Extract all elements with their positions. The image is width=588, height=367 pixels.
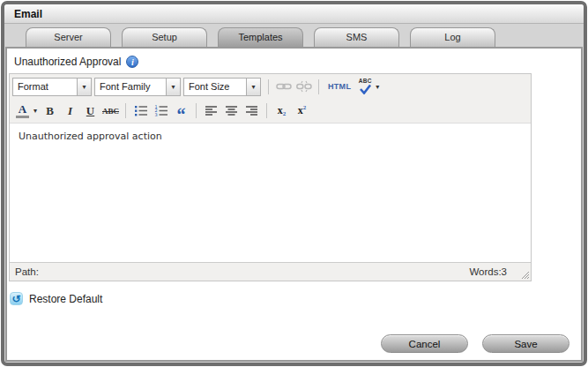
editor-statusbar: Path: Words:3 (10, 262, 531, 281)
spellcheck-checkmark-icon (359, 84, 372, 94)
resize-grip[interactable] (519, 269, 530, 280)
templates-panel: Unauthorized Approval i Format ▾ Font Fa… (5, 47, 583, 362)
footer-buttons: Cancel Save (381, 334, 569, 353)
window-title: Email (14, 8, 42, 20)
window-titlebar: Email (4, 4, 584, 24)
ordered-list-button[interactable]: 123 (152, 102, 170, 120)
font-size-select-value: Font Size (184, 79, 246, 95)
align-right-icon (245, 105, 258, 116)
spellcheck-button[interactable]: ABC (355, 79, 375, 95)
remove-link-icon (294, 78, 313, 95)
restore-default-label[interactable]: Restore Default (29, 293, 102, 305)
blockquote-button[interactable]: “ (172, 102, 190, 120)
italic-button[interactable]: I (61, 102, 79, 120)
tab-server[interactable]: Server (26, 27, 111, 47)
save-button[interactable]: Save (482, 334, 569, 353)
editor-toolbar-row2: A ▾ B I U ABC (10, 99, 531, 123)
ordered-list-icon: 123 (154, 104, 168, 117)
align-right-button[interactable] (242, 102, 261, 120)
unordered-list-icon (134, 104, 148, 117)
align-center-button[interactable] (222, 102, 241, 120)
tab-templates[interactable]: Templates (218, 27, 303, 47)
font-family-select[interactable]: Font Family ▾ (94, 78, 181, 96)
tab-setup[interactable]: Setup (122, 27, 207, 47)
chevron-down-icon: ▾ (246, 79, 260, 95)
toolbar-separator (268, 79, 269, 94)
tab-bar: Server Setup Templates SMS Log (4, 24, 584, 47)
screenshot-stage: Email Server Setup Templates SMS Log Una… (0, 0, 588, 367)
chevron-down-icon: ▾ (77, 79, 91, 95)
font-color-swatch (16, 116, 29, 118)
field-header-row: Unauthorized Approval i (7, 49, 581, 73)
bold-button[interactable]: B (41, 102, 59, 120)
rich-text-editor: Format ▾ Font Family ▾ Font Size ▾ (9, 73, 532, 281)
subscript-digit: 2 (283, 110, 287, 117)
insert-link-icon (274, 78, 293, 95)
svg-text:3: 3 (154, 112, 157, 117)
editor-content-area[interactable]: Unauthorized approval action (10, 123, 531, 262)
editor-toolbar-row1: Format ▾ Font Family ▾ Font Size ▾ (10, 74, 531, 99)
info-icon[interactable]: i (126, 56, 138, 68)
underline-button[interactable]: U (81, 102, 100, 120)
strikethrough-button[interactable]: ABC (101, 102, 120, 120)
path-label: Path: (15, 266, 39, 277)
superscript-button[interactable]: x 2 (293, 102, 311, 120)
field-label: Unauthorized Approval (14, 56, 121, 68)
align-left-icon (205, 105, 218, 116)
subscript-button[interactable]: x 2 (272, 102, 291, 120)
font-color-label: A (19, 104, 26, 115)
cancel-button[interactable]: Cancel (381, 334, 468, 353)
align-left-button[interactable] (202, 102, 220, 120)
format-select-value: Format (13, 79, 77, 95)
toolbar-separator (266, 103, 267, 118)
email-settings-window: Email Server Setup Templates SMS Log Una… (1, 1, 587, 366)
toolbar-separator (125, 103, 126, 118)
font-size-select[interactable]: Font Size ▾ (183, 78, 261, 96)
toolbar-separator (318, 79, 319, 94)
format-select[interactable]: Format ▾ (12, 78, 92, 96)
tab-log[interactable]: Log (410, 27, 495, 47)
unordered-list-button[interactable] (131, 102, 150, 120)
edit-html-button[interactable]: HTML (328, 82, 351, 91)
font-family-select-value: Font Family (95, 79, 166, 95)
align-center-icon (225, 105, 238, 116)
restore-icon[interactable]: ↺ (10, 292, 23, 305)
superscript-digit: 2 (303, 104, 307, 111)
font-color-button[interactable]: A (13, 102, 32, 120)
restore-default-row[interactable]: ↺ Restore Default (10, 292, 581, 305)
tab-sms[interactable]: SMS (314, 27, 399, 47)
toolbar-separator (196, 103, 197, 118)
font-color-dropdown-icon[interactable]: ▾ (33, 107, 37, 115)
spellcheck-dropdown-icon[interactable]: ▾ (376, 83, 379, 91)
chevron-down-icon: ▾ (166, 79, 180, 95)
word-count-label: Words:3 (469, 266, 507, 277)
